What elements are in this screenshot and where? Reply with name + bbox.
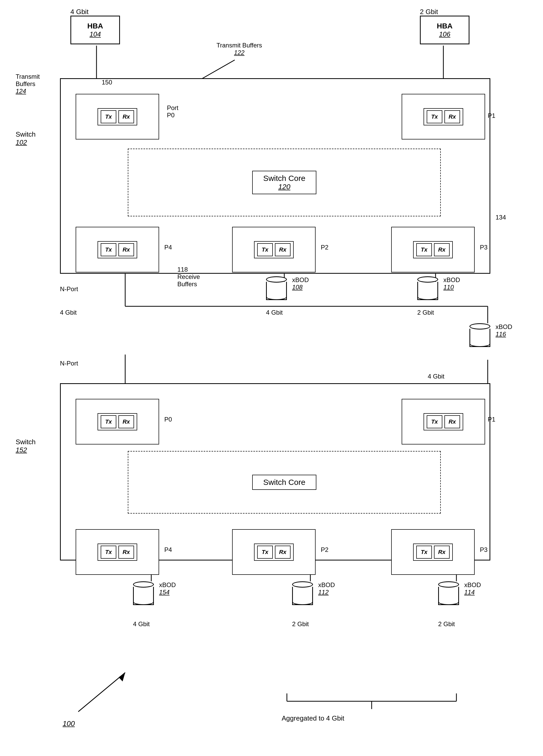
main-diagram: HBA 104 4 Gbit HBA 106 2 Gbit Transmit B… xyxy=(0,0,543,756)
hba-106-ref: 106 xyxy=(439,30,450,38)
sc120-ref: 120 xyxy=(263,183,306,191)
p4-rx-sw2: Rx xyxy=(118,546,134,559)
p0-tx-sw2: Tx xyxy=(101,415,116,428)
port-p3-sw1: Tx Rx xyxy=(391,227,475,272)
p4-label-sw1: P4 xyxy=(164,244,172,251)
switch-core-120-box: Switch Core 120 xyxy=(128,149,441,216)
p4-rx-sw1: Rx xyxy=(118,243,134,256)
label-134: 134 xyxy=(496,214,506,221)
hba-106-box: HBA 106 xyxy=(420,16,469,44)
xbod-116 xyxy=(469,323,490,347)
xbod-108-labels: xBOD 108 xyxy=(292,276,309,291)
transmit-buffers-124: Transmit Buffers 124 xyxy=(16,73,40,95)
p4-tx-sw1: Tx xyxy=(101,243,116,256)
xbod-154 xyxy=(133,581,154,605)
p1-rx-sw2: Rx xyxy=(444,415,460,428)
port-p0-sw2: Tx Rx xyxy=(76,399,159,444)
port-p1-sw1: Tx Rx xyxy=(402,94,485,139)
label-150: 150 xyxy=(102,79,112,86)
p0-label-sw1: PortP0 xyxy=(167,104,178,119)
xbod-114-body xyxy=(438,587,459,605)
sc120-label: Switch Core xyxy=(263,174,306,183)
p2-txrx-outer-sw1: Tx Rx xyxy=(254,241,294,258)
tb-124-label: Transmit xyxy=(16,73,40,80)
nport-1-label: N-Port xyxy=(60,285,78,293)
hba-104-ref: 104 xyxy=(89,30,101,38)
xbod-112 xyxy=(292,581,313,605)
hba-104-speed: 4 Gbit xyxy=(70,8,88,16)
p0-txrx-outer-sw2: Tx Rx xyxy=(97,413,137,430)
port-p4-sw1: Tx Rx xyxy=(76,227,159,272)
p0-tx: Tx xyxy=(101,110,116,123)
xbod-112-top xyxy=(292,581,313,588)
port-p4-sw2: Tx Rx xyxy=(76,529,159,575)
hba-106-speed: 2 Gbit xyxy=(420,8,438,16)
p3-tx-sw2: Tx xyxy=(416,546,432,559)
port-p2-sw1: Tx Rx xyxy=(232,227,316,272)
p1-rx: Rx xyxy=(444,110,460,123)
sc2-label: Switch Core xyxy=(263,478,306,487)
xbod-114 xyxy=(438,581,459,605)
speed-sw1-p4: 4 Gbit xyxy=(60,309,77,316)
hba-104-label: HBA xyxy=(87,22,103,30)
p1-label-sw2: P1 xyxy=(488,416,495,423)
nport-2-label: N-Port xyxy=(60,360,78,367)
svg-marker-35 xyxy=(119,673,125,681)
xbod-116-labels: xBOD 116 xyxy=(496,323,512,338)
p2-rx-sw1: Rx xyxy=(275,243,291,256)
xbod-154-top xyxy=(133,581,154,588)
xbod-154-labels: xBOD 154 xyxy=(159,581,176,596)
xbod-110-body xyxy=(417,282,438,300)
p3-txrx-outer-sw2: Tx Rx xyxy=(413,544,453,561)
xbod-154-body xyxy=(133,587,154,605)
p0-label-sw2: P0 xyxy=(164,416,172,423)
port-p1-sw2: Tx Rx xyxy=(402,399,485,444)
aggregated-label: Aggregated to 4 Gbit xyxy=(282,714,344,722)
xbod-116-4gbit: 4 Gbit xyxy=(428,373,444,380)
xbod-110-top xyxy=(417,276,438,283)
p4-txrx-outer-sw1: Tx Rx xyxy=(97,241,137,258)
p3-rx-sw2: Rx xyxy=(434,546,450,559)
p4-tx-sw2: Tx xyxy=(101,546,116,559)
p1-tx: Tx xyxy=(427,110,442,123)
xbod-108-top xyxy=(266,276,287,283)
switch-core-120-inner: Switch Core 120 xyxy=(252,171,316,194)
xbod-108-body xyxy=(266,282,287,300)
tb-122-ref: 122 xyxy=(216,49,262,56)
xbod-112-body xyxy=(292,587,313,605)
xbod-110 xyxy=(417,276,438,300)
p4-txrx-outer-sw2: Tx Rx xyxy=(97,544,137,561)
xbod-154-speed: 4 Gbit xyxy=(133,620,150,628)
xbod-108 xyxy=(266,276,287,300)
p3-tx-sw1: Tx xyxy=(416,243,432,256)
p3-rx-sw1: Rx xyxy=(434,243,450,256)
xbod-110-labels: xBOD 110 xyxy=(443,276,460,291)
p1-tx-sw2: Tx xyxy=(427,415,442,428)
xbod-114-labels: xBOD 114 xyxy=(464,581,481,596)
p2-rx-sw2: Rx xyxy=(275,546,291,559)
port-p2-sw2: Tx Rx xyxy=(232,529,316,575)
p2-label-sw1: P2 xyxy=(321,244,328,251)
p3-txrx-outer-sw1: Tx Rx xyxy=(413,241,453,258)
p1-label-sw1: P1 xyxy=(488,112,495,119)
tb-124-ref: 124 xyxy=(16,88,40,95)
xbod-112-speed: 2 Gbit xyxy=(292,620,309,628)
ref-100: 100 xyxy=(63,720,75,728)
switch-core-2-inner: Switch Core xyxy=(252,475,316,490)
xbod-116-body xyxy=(469,329,490,347)
switch-core-2-box: Switch Core xyxy=(128,451,441,514)
p0-txrx-outer: Tx Rx xyxy=(97,108,137,125)
p0-rx-sw2: Rx xyxy=(118,415,134,428)
hba-104-box: HBA 104 xyxy=(70,16,120,44)
receive-buffers-label: 118 Receive Buffers xyxy=(177,266,200,288)
p1-txrx-outer-sw2: Tx Rx xyxy=(424,413,463,430)
svg-line-34 xyxy=(78,673,125,712)
switch-152-label: Switch 152 xyxy=(16,438,36,454)
port-p3-sw2: Tx Rx xyxy=(391,529,475,575)
p2-tx-sw1: Tx xyxy=(257,243,273,256)
xbod-110-speed: 2 Gbit xyxy=(417,309,434,316)
xbod-114-speed: 2 Gbit xyxy=(438,620,455,628)
p1-txrx-outer: Tx Rx xyxy=(424,108,463,125)
p2-label-sw2: P2 xyxy=(321,546,328,553)
xbod-114-top xyxy=(438,581,459,588)
